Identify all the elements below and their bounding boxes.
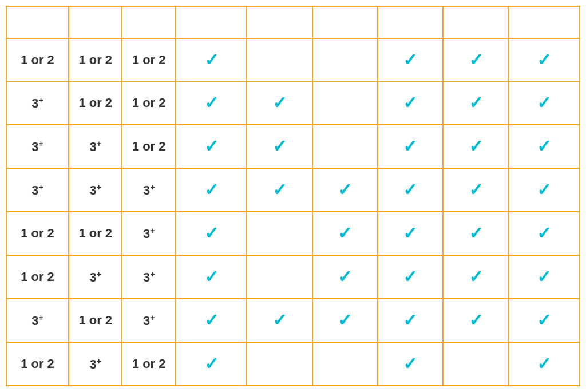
feature-cell [312,82,378,125]
check-mark: ✓ [204,137,219,156]
feature-cell: ✓ [312,168,378,212]
cell-value: 1 or 2 [78,226,112,240]
check-mark: ✓ [338,224,352,243]
feature-cell [247,342,312,386]
feature-cell: ✓ [443,38,508,82]
cell-value: 1 or 2 [132,96,166,110]
feature-cell [312,342,378,386]
cell-value: 1 or 2 [132,357,166,371]
check-mark: ✓ [537,180,551,199]
cell-value: 3+ [122,212,175,255]
cell-value: 1 or 2 [132,53,166,67]
check-mark: ✓ [204,224,219,243]
check-mark: ✓ [537,137,551,156]
feature-cell: ✓ [443,255,508,299]
cell-value: 3+ [6,125,69,168]
check-mark: ✓ [403,354,417,373]
feature-cell: ✓ [508,168,580,212]
cell-value: 3+ [122,299,175,342]
cell-value: 1 or 2 [69,38,122,82]
feature-cell: ✓ [378,168,443,212]
check-mark: ✓ [272,311,287,330]
table-row: 1 or 23+1 or 2✓✓✓ [6,342,580,386]
cell-value: 1 or 2 [21,270,54,284]
feature-cell: ✓ [508,299,580,342]
cell-value: 1 or 2 [69,212,122,255]
cell-value: 3+ [31,314,43,328]
cell-value: 3+ [143,183,155,197]
table-row: 3+3+1 or 2✓✓✓✓✓ [6,125,580,168]
cell-value: 1 or 2 [21,226,54,240]
cell-value: 1 or 2 [6,38,69,82]
feature-cell: ✓ [508,255,580,299]
feature-cell: ✓ [176,299,247,342]
header-content-overview [378,6,443,38]
table-row: 3+1 or 23+✓✓✓✓✓✓ [6,299,580,342]
check-mark: ✓ [537,354,551,373]
cell-value: 3+ [90,140,101,154]
check-mark: ✓ [204,267,219,286]
cell-value: 3+ [143,314,155,328]
feature-cell: ✓ [247,82,312,125]
feature-cell: ✓ [443,125,508,168]
check-mark: ✓ [469,224,483,243]
feature-cell: ✓ [378,82,443,125]
feature-cell: ✓ [378,125,443,168]
check-mark: ✓ [469,50,483,69]
cell-value: 3+ [69,125,122,168]
feature-cell: ✓ [508,212,580,255]
table-row: 1 or 21 or 21 or 2✓✓✓✓ [6,38,580,82]
check-mark: ✓ [469,137,483,156]
cell-value: 1 or 2 [6,255,69,299]
feature-cell: ✓ [443,299,508,342]
check-mark: ✓ [403,180,417,199]
check-mark: ✓ [403,267,417,286]
feature-cell [247,212,312,255]
feature-cell [443,342,508,386]
feature-cell: ✓ [247,299,312,342]
feature-cell: ✓ [378,38,443,82]
feature-cell: ✓ [312,255,378,299]
cell-value: 3+ [143,270,155,284]
check-mark: ✓ [204,354,219,373]
feature-cell: ✓ [176,82,247,125]
cell-value: 1 or 2 [122,82,175,125]
cell-value: 1 or 2 [6,212,69,255]
cell-value: 1 or 2 [122,125,175,168]
check-mark: ✓ [537,50,551,69]
cell-value: 1 or 2 [69,82,122,125]
table-row: 1 or 23+3+✓✓✓✓✓ [6,255,580,299]
feature-cell: ✓ [176,168,247,212]
check-mark: ✓ [204,180,219,199]
check-mark: ✓ [338,267,352,286]
feature-cell: ✓ [176,342,247,386]
cell-value: 1 or 2 [78,96,112,110]
feature-cell [312,125,378,168]
cell-value: 3+ [90,183,101,197]
check-mark: ✓ [338,180,352,199]
header-user-access-control [312,6,378,38]
feature-cell [247,38,312,82]
header-display-grouping [247,6,312,38]
feature-cell: ✓ [508,82,580,125]
cell-value: 1 or 2 [122,342,175,386]
check-mark: ✓ [403,93,417,112]
check-mark: ✓ [537,224,551,243]
feature-cell: ✓ [378,212,443,255]
cell-value: 1 or 2 [21,53,54,67]
check-mark: ✓ [204,93,219,112]
cell-value: 1 or 2 [78,313,112,327]
header-row [6,6,580,38]
feature-cell: ✓ [247,168,312,212]
header-automatic-on-off [508,6,580,38]
feature-cell [247,255,312,299]
check-mark: ✓ [469,180,483,199]
cell-value: 3+ [143,227,155,241]
check-mark: ✓ [204,311,219,330]
check-mark: ✓ [469,267,483,286]
cell-value: 3+ [69,255,122,299]
feature-cell: ✓ [176,125,247,168]
header-content-scheduling [176,6,247,38]
cell-value: 3+ [31,183,43,197]
feature-cell: ✓ [247,125,312,168]
